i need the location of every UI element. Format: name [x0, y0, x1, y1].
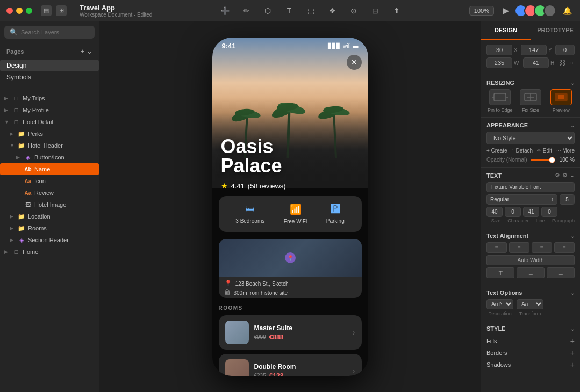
pin-to-edge-option[interactable]: Pin to Edge [486, 89, 514, 113]
edit-style-button[interactable]: ✏ Edit [537, 148, 552, 154]
export-tool-icon[interactable]: ⬆ [390, 4, 403, 17]
align-top-button[interactable]: ⊤ [486, 267, 514, 278]
transform-select[interactable]: Aa AA aa [517, 299, 543, 309]
font-style-row: Regular ↕ [486, 194, 575, 205]
zoom-selector[interactable]: 100% [469, 6, 494, 16]
layer-label: Hotel Image [34, 201, 66, 208]
add-border-button[interactable]: + [570, 349, 575, 357]
decoration-select[interactable]: Au None [486, 299, 513, 309]
maximize-button[interactable] [26, 8, 32, 14]
text-tool-icon[interactable]: T [283, 4, 296, 17]
component-tool-icon[interactable]: ❖ [326, 4, 339, 17]
layer-perks[interactable]: ▶ 📁 Perks [0, 128, 99, 140]
room-card-double-room[interactable]: Double Room €235 €123 › [219, 354, 362, 376]
transform-label: Transform [519, 311, 541, 316]
w-input[interactable] [486, 57, 512, 68]
minimize-button[interactable] [16, 8, 23, 14]
style-collapse-icon[interactable]: ⌄ [570, 326, 575, 332]
mask-tool-icon[interactable]: ⊙ [347, 4, 360, 17]
flip-icon[interactable]: ↔ [568, 59, 575, 67]
h-input[interactable] [523, 57, 549, 68]
font-weight-select[interactable]: Regular ↕ [486, 194, 557, 205]
shapes-icon[interactable]: ⬡ [261, 4, 274, 17]
play-button[interactable]: ▶ [498, 3, 513, 18]
paragraph-input[interactable] [541, 207, 557, 217]
layer-my-profile[interactable]: ▶ □ My Profile [0, 104, 99, 116]
layer-location[interactable]: ▶ 📁 Location [0, 210, 99, 222]
grid-icon[interactable]: ⊞ [56, 5, 67, 16]
constrain-proportions-icon[interactable]: ⛓ [560, 59, 566, 67]
character-input[interactable] [505, 207, 521, 217]
page-symbols[interactable]: Symbols [0, 71, 99, 83]
y-input[interactable] [521, 45, 547, 55]
canvas[interactable]: 9:41 ▊▊▊ wifi ▬ ✕ OasisPalace ★ 4.41 (58… [99, 21, 481, 392]
x-input[interactable] [486, 45, 512, 55]
layer-section-header[interactable]: ▶ ◈ Section Header [0, 234, 99, 246]
align-left-button[interactable]: ≡ [486, 242, 507, 253]
text-collapse-icon[interactable]: ⌄ [570, 172, 575, 179]
tab-design[interactable]: DESIGN [481, 21, 531, 40]
add-button[interactable]: ➕ [218, 4, 231, 17]
add-fill-button[interactable]: + [570, 337, 575, 345]
frame-tool-icon[interactable]: ⬚ [304, 4, 317, 17]
resizing-collapse-icon[interactable]: ⌄ [570, 80, 575, 86]
auto-width-button[interactable]: Auto Width [486, 255, 575, 265]
size-input[interactable] [486, 207, 503, 217]
layer-rooms[interactable]: ▶ 📁 Rooms [0, 222, 99, 234]
layer-hotel-detail[interactable]: ▼ □ Hotel Detail [0, 116, 99, 128]
preview-option[interactable]: Preview [547, 89, 575, 113]
chevron-right-icon: ▶ [10, 214, 15, 219]
opacity-row: Opacity (Normal) 100 % [486, 157, 575, 163]
group-icon: □ [12, 248, 20, 256]
appearance-collapse-icon[interactable]: ⌄ [570, 122, 575, 128]
map-card[interactable]: 📍 📍 123 Beach St., Sketch 🏛 300m from hi… [219, 239, 362, 298]
pen-tool-icon[interactable]: ✏ [240, 4, 253, 17]
layer-icon[interactable]: Aa Icon [0, 175, 99, 187]
add-page-button[interactable]: + [80, 47, 84, 55]
layer-label: Hotel Detail [23, 119, 53, 125]
text-options-icon[interactable]: ⚙ [562, 172, 568, 179]
layer-name[interactable]: Ab Name [0, 163, 99, 175]
pages-expand-icon[interactable]: ⌄ [87, 47, 92, 55]
align-bottom-button[interactable]: ⊥ [547, 267, 575, 278]
layout-tool-icon[interactable]: ⊟ [369, 4, 382, 17]
close-button[interactable] [6, 8, 13, 14]
font-name-field[interactable]: Fixture Variable Font [486, 182, 575, 192]
align-center-button[interactable]: ≡ [509, 242, 529, 253]
fix-size-option[interactable]: Fix Size [517, 89, 545, 113]
line-input[interactable] [523, 207, 539, 217]
detach-style-button[interactable]: ↑ Detach [512, 148, 533, 154]
text-options-collapse-icon[interactable]: ⌄ [570, 290, 575, 296]
notifications-button[interactable]: 🔔 [561, 4, 574, 17]
angle-input[interactable] [555, 45, 575, 55]
layer-button-icon[interactable]: ▶ ◈ Button/Icon [0, 151, 99, 163]
sidebar-toggle-icon[interactable]: ▤ [41, 5, 52, 16]
layer-review[interactable]: Aa Review [0, 187, 99, 199]
decoration-group: Au None Decoration [486, 299, 513, 316]
layer-home[interactable]: ▶ □ Home [0, 246, 99, 258]
layer-my-trips[interactable]: ▶ □ My Trips [0, 92, 99, 104]
align-middle-button[interactable]: ⊥ [517, 267, 545, 278]
more-style-button[interactable]: ··· More [556, 148, 575, 154]
close-button[interactable]: ✕ [347, 55, 362, 70]
opacity-slider[interactable] [531, 159, 555, 161]
tab-prototype[interactable]: PROTOTYPE [531, 21, 580, 40]
page-design[interactable]: Design [0, 60, 99, 71]
search-box[interactable]: 🔍 Search Layers [4, 26, 95, 39]
alignment-collapse-icon[interactable]: ⌄ [570, 233, 575, 239]
layer-hotel-image[interactable]: 🖼 Hotel Image [0, 199, 99, 210]
font-size-input[interactable] [560, 194, 575, 205]
align-right-button[interactable]: ≡ [532, 242, 552, 253]
room-card-master-suite[interactable]: Master Suite €999 €888 › [219, 315, 362, 350]
status-bar: 9:41 ▊▊▊ wifi ▬ [212, 38, 368, 52]
svg-rect-12 [494, 93, 506, 101]
layer-hotel-header[interactable]: ▼ 📁 Hotel Header [0, 140, 99, 151]
avatar-more[interactable]: ··· [543, 4, 556, 17]
opacity-handle [549, 157, 555, 163]
style-select[interactable]: No Style [486, 132, 575, 144]
text-settings-icon[interactable]: ⚙ [555, 172, 560, 179]
add-shadow-button[interactable]: + [570, 360, 575, 369]
align-justify-button[interactable]: ≡ [554, 242, 575, 253]
resizing-options: Pin to Edge Fix Size Preview [486, 89, 575, 113]
create-style-button[interactable]: + Create [486, 148, 507, 154]
